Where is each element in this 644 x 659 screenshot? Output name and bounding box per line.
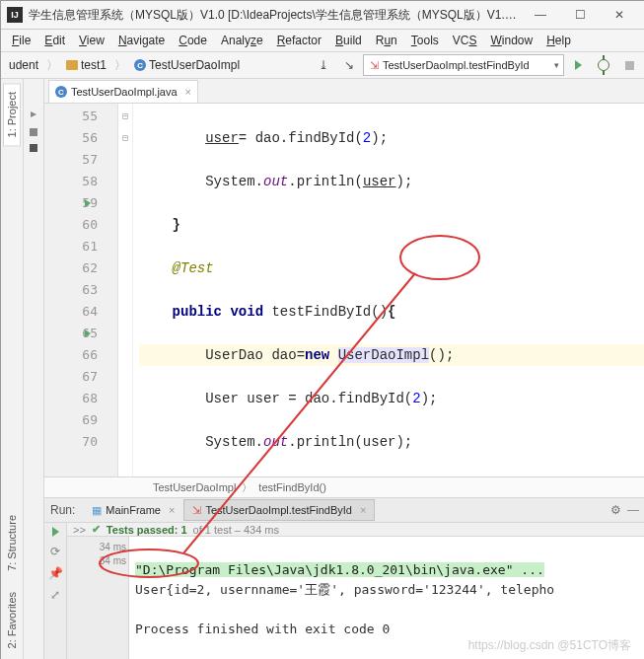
run-tab-test[interactable]: ⇲ TestUserDaoImpl.testFindById × bbox=[183, 499, 375, 521]
menu-build[interactable]: Build bbox=[328, 32, 369, 49]
run-toolbar: ⟳ 📌 ⤢ bbox=[44, 523, 67, 659]
test-tree[interactable]: 34 ms 34 ms bbox=[67, 537, 129, 659]
close-icon[interactable]: × bbox=[360, 504, 366, 516]
menu-navigate[interactable]: Navigate bbox=[111, 32, 172, 49]
fold-gutter: ⊟ ⊟ bbox=[118, 104, 133, 476]
window-title: 学生信息管理系统（MYSQL版）V1.0 [D:\IdeaProjects\学生… bbox=[29, 7, 521, 24]
minimize-button[interactable]: — bbox=[521, 3, 560, 27]
title-bar: IJ 学生信息管理系统（MYSQL版）V1.0 [D:\IdeaProjects… bbox=[1, 1, 644, 30]
run-label: Run: bbox=[50, 503, 75, 517]
menu-vcs[interactable]: VCS bbox=[446, 32, 484, 49]
chevron-right-icon: 〉 bbox=[112, 57, 128, 74]
test-status-bar: >> ✔ Tests passed: 1 of 1 test – 434 ms bbox=[67, 523, 644, 537]
app-icon: IJ bbox=[7, 7, 23, 23]
menu-analyze[interactable]: Analyze bbox=[214, 32, 270, 49]
run-config-combo[interactable]: ⇲ TestUserDaoImpl.testFindById bbox=[363, 54, 564, 76]
class-icon: C bbox=[134, 59, 146, 71]
build-button[interactable]: ⤓ bbox=[312, 53, 335, 77]
ide-window: IJ 学生信息管理系统（MYSQL版）V1.0 [D:\IdeaProjects… bbox=[0, 0, 644, 659]
maximize-button[interactable]: ☐ bbox=[560, 3, 600, 27]
class-icon: C bbox=[55, 86, 67, 98]
editor-tab-bar: C TestUserDaoImpl.java × bbox=[44, 79, 644, 104]
square-icon bbox=[30, 128, 37, 136]
play-icon bbox=[575, 60, 582, 70]
watermark: https://blog.csdn @51CTO博客 bbox=[468, 637, 631, 654]
debug-button[interactable] bbox=[592, 53, 615, 77]
code-text[interactable]: user= dao.findById(2); System.out.printl… bbox=[133, 104, 644, 476]
breadcrumb-item[interactable]: test1 bbox=[62, 58, 110, 72]
test-arrow-icon: ⇲ bbox=[192, 504, 201, 517]
code-breadcrumb: TestUserDaoImpl 〉 testFindById() bbox=[44, 476, 644, 497]
test-arrow-icon: ⇲ bbox=[370, 59, 379, 72]
breadcrumb-item[interactable]: udent bbox=[5, 58, 42, 72]
square-icon bbox=[30, 144, 37, 152]
toggle-icon[interactable]: ⟳ bbox=[50, 545, 60, 558]
gutter-icons bbox=[80, 106, 96, 344]
chevron-right-icon: 〉 bbox=[242, 480, 252, 495]
project-tool-tab[interactable]: 1: Project bbox=[3, 83, 21, 146]
check-icon: ✔ bbox=[92, 523, 101, 536]
back-arrow-icon[interactable]: ↘ bbox=[337, 53, 361, 77]
run-button[interactable] bbox=[566, 53, 590, 77]
run-gutter-icon[interactable] bbox=[85, 199, 91, 207]
nav-bar: udent 〉 test1 〉 CTestUserDaoImpl ⤓ ↘ ⇲ T… bbox=[1, 52, 644, 79]
menu-window[interactable]: Window bbox=[483, 32, 539, 49]
rerun-icon[interactable] bbox=[52, 527, 59, 537]
menu-file[interactable]: File bbox=[5, 32, 37, 49]
breadcrumb-item[interactable]: CTestUserDaoImpl bbox=[130, 58, 244, 72]
bug-icon bbox=[598, 59, 609, 71]
stop-button[interactable] bbox=[617, 53, 641, 77]
structure-tool-tab[interactable]: 7: Structure bbox=[3, 506, 21, 580]
menu-refactor[interactable]: Refactor bbox=[270, 32, 328, 49]
menu-view[interactable]: View bbox=[72, 32, 111, 49]
project-collapsed-strip[interactable]: ▸ bbox=[24, 79, 44, 659]
tests-passed-label: Tests passed: 1 bbox=[107, 524, 187, 536]
menu-edit[interactable]: Edit bbox=[37, 32, 72, 49]
run-gutter-icon[interactable] bbox=[85, 330, 91, 337]
menu-help[interactable]: Help bbox=[539, 32, 578, 49]
expand-icon[interactable]: ⤢ bbox=[50, 588, 60, 602]
application-icon: ▦ bbox=[92, 504, 102, 517]
breadcrumb-method[interactable]: testFindById() bbox=[258, 481, 325, 493]
menu-code[interactable]: Code bbox=[172, 32, 214, 49]
editor-tab-label: TestUserDaoImpl.java bbox=[71, 86, 178, 98]
favorites-tool-tab[interactable]: 2: Favorites bbox=[3, 583, 21, 657]
close-button[interactable]: ✕ bbox=[600, 3, 639, 27]
hide-icon[interactable]: — bbox=[627, 503, 639, 517]
editor-area: C TestUserDaoImpl.java × 555657585960616… bbox=[44, 79, 644, 659]
run-tab-bar: Run: ▦ MainFrame × ⇲ TestUserDaoImpl.tes… bbox=[44, 498, 644, 523]
editor-tab[interactable]: C TestUserDaoImpl.java × bbox=[48, 80, 198, 103]
close-icon[interactable]: × bbox=[169, 504, 175, 516]
run-tool-window: Run: ▦ MainFrame × ⇲ TestUserDaoImpl.tes… bbox=[44, 497, 644, 659]
run-tab-mainframe[interactable]: ▦ MainFrame × bbox=[83, 499, 183, 521]
menu-tools[interactable]: Tools bbox=[404, 32, 446, 49]
gear-icon[interactable]: ⚙ bbox=[610, 503, 621, 517]
left-tool-strip: 1: Project 7: Structure 2: Favorites bbox=[1, 79, 24, 659]
run-config-label: TestUserDaoImpl.testFindById bbox=[383, 59, 530, 71]
code-editor[interactable]: 55565758596061626364656667686970 ⊟ ⊟ use… bbox=[44, 104, 644, 476]
menu-run[interactable]: Run bbox=[369, 32, 404, 49]
menu-bar: File Edit View Navigate Code Analyze Ref… bbox=[1, 30, 644, 52]
pin-icon[interactable]: 📌 bbox=[48, 566, 63, 580]
breadcrumb-class[interactable]: TestUserDaoImpl bbox=[153, 481, 236, 493]
folder-icon bbox=[66, 60, 78, 70]
chevron-right-icon: 〉 bbox=[44, 57, 60, 74]
stop-icon bbox=[625, 61, 634, 70]
close-tab-icon[interactable]: × bbox=[185, 86, 191, 98]
